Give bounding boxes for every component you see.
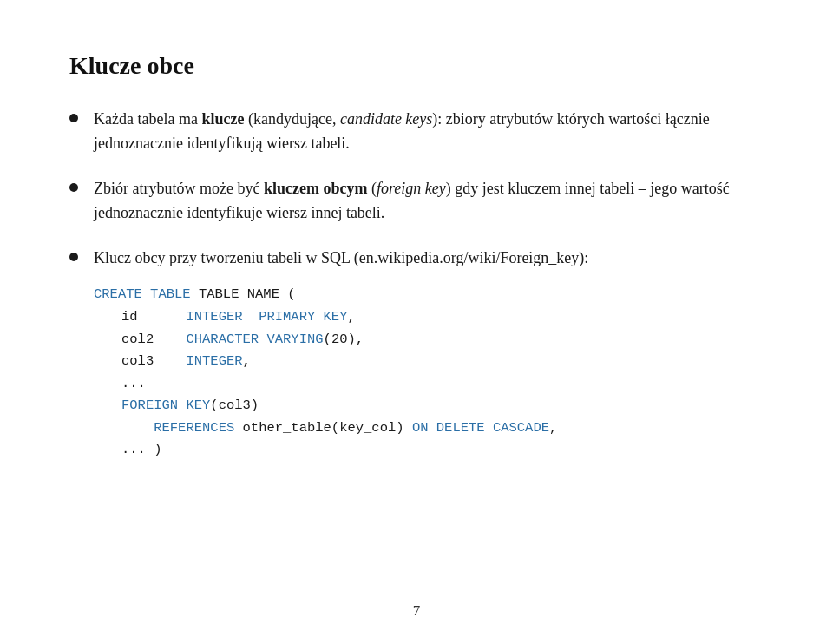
code-indent: col3 INTEGER, bbox=[121, 351, 251, 373]
bullet-text: Każda tabela ma klucze (kandydujące, can… bbox=[94, 108, 764, 156]
page-number: 7 bbox=[413, 602, 421, 620]
code-indent: col2 CHARACTER VARYING(20), bbox=[121, 329, 364, 352]
bold-text: kluczem obcym bbox=[264, 180, 367, 197]
code-line: ... bbox=[94, 373, 764, 396]
italic-text: candidate keys bbox=[340, 110, 432, 128]
page-container: Klucze obce Każda tabela ma klucze (kand… bbox=[0, 0, 833, 644]
bullet-text: Klucz obcy przy tworzeniu tabeli w SQL (… bbox=[94, 246, 764, 462]
list-item: Zbiór atrybutów może być kluczem obcym (… bbox=[69, 177, 764, 226]
code-indent: id INTEGER PRIMARY KEY, bbox=[121, 306, 356, 329]
bullet-dot bbox=[69, 253, 78, 261]
bold-text: klucze bbox=[201, 110, 244, 128]
keyword: FOREIGN KEY bbox=[121, 398, 210, 413]
keyword: CHARACTER bbox=[186, 332, 259, 347]
bullet-text: Zbiór atrybutów może być kluczem obcym (… bbox=[94, 177, 764, 226]
keyword: CREATE TABLE bbox=[94, 286, 191, 302]
list-item: Klucz obcy przy tworzeniu tabeli w SQL (… bbox=[69, 246, 764, 462]
keyword: VARYING bbox=[266, 332, 323, 347]
code-line: col2 CHARACTER VARYING(20), bbox=[94, 329, 764, 352]
keyword: INTEGER bbox=[186, 353, 242, 369]
code-indent: REFERENCES other_table(key_col) ON DELET… bbox=[121, 417, 557, 440]
italic-text: foreign key bbox=[377, 180, 446, 197]
keyword: PRIMARY KEY bbox=[259, 309, 347, 325]
code-indent: FOREIGN KEY(col3) bbox=[121, 395, 259, 417]
keyword: INTEGER bbox=[186, 309, 242, 325]
code-indent: ... ) bbox=[121, 439, 162, 462]
bullet-dot bbox=[69, 183, 78, 192]
code-line: CREATE TABLE TABLE_NAME ( bbox=[94, 284, 764, 306]
keyword: REFERENCES bbox=[154, 420, 234, 436]
code-indent: ... bbox=[121, 373, 146, 396]
bullet-dot bbox=[69, 114, 78, 122]
code-line: FOREIGN KEY(col3) bbox=[94, 395, 764, 417]
list-item: Każda tabela ma klucze (kandydujące, can… bbox=[69, 108, 764, 156]
code-line: col3 INTEGER, bbox=[94, 351, 764, 373]
code-block: CREATE TABLE TABLE_NAME ( id INTEGER PRI… bbox=[94, 284, 764, 462]
code-line: REFERENCES other_table(key_col) ON DELET… bbox=[94, 417, 764, 440]
page-title: Klucze obce bbox=[69, 52, 764, 80]
code-line: ... ) bbox=[94, 439, 764, 462]
code-line: id INTEGER PRIMARY KEY, bbox=[94, 306, 764, 329]
keyword: ON DELETE CASCADE bbox=[412, 420, 549, 436]
bullet-list: Każda tabela ma klucze (kandydujące, can… bbox=[69, 108, 764, 462]
